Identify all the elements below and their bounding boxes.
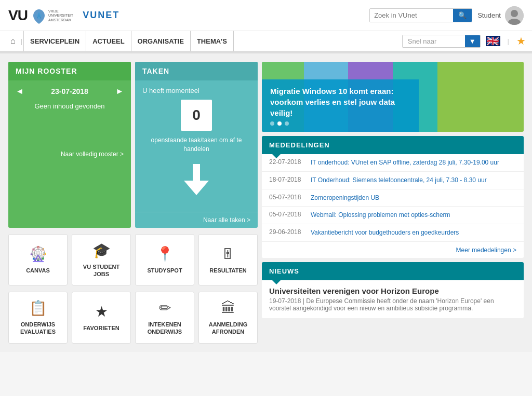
resultaten-label: RESULTATEN xyxy=(209,267,247,274)
tile-onderwijs-evaluaties[interactable]: 📋 ONDERWIJS EVALUATIES xyxy=(8,292,68,344)
tile-canvas[interactable]: 🎡 CANVAS xyxy=(8,234,68,286)
meded-item-1: 18-07-2018 IT Onderhoud: Siemens telefoo… xyxy=(262,172,524,189)
tile-favorieten[interactable]: ★ FAVORIETEN xyxy=(72,292,131,344)
nav-item-themas[interactable]: THEMA'S xyxy=(190,31,234,51)
taken-arrow-area xyxy=(142,154,250,206)
nav-item-serviceplein[interactable]: SERVICEPLEIN xyxy=(23,31,86,51)
taken-body: U heeft momenteel 0 openstaande taak/tak… xyxy=(135,80,258,212)
meded-link-1[interactable]: IT Onderhoud: Siemens telefooncentrale, … xyxy=(311,176,487,185)
vu-student-jobs-label: VU STUDENT JOBS xyxy=(76,263,126,278)
down-arrow-icon xyxy=(184,164,209,195)
taken-header: TAKEN xyxy=(135,62,258,80)
avatar-icon xyxy=(505,6,524,25)
nieuws-title[interactable]: Universiteiten verenigen voor Horizon Eu… xyxy=(269,286,516,295)
meer-mededelingen-link[interactable]: Meer mededelingen > xyxy=(456,247,516,254)
nav-separator-0: | xyxy=(21,37,22,45)
meded-date-3: 05-07-2018 xyxy=(269,211,305,218)
rooster-next-button[interactable]: ► xyxy=(115,87,124,96)
taken-widget: TAKEN U heeft momenteel 0 openstaande ta… xyxy=(135,62,258,228)
logo-area: VU VRIJE UNIVERSITEIT AMSTERDAM VUNET xyxy=(8,7,119,24)
meded-link-4[interactable]: Vakantiebericht voor budgethouders en go… xyxy=(311,228,459,237)
favorieten-icon: ★ xyxy=(95,303,108,320)
vu-logo[interactable]: VU VRIJE UNIVERSITEIT AMSTERDAM xyxy=(8,7,73,24)
studyspot-icon: 📍 xyxy=(156,245,174,263)
banner-dots xyxy=(270,121,410,126)
meded-date-2: 05-07-2018 xyxy=(269,194,305,201)
snel-naar-chevron-icon[interactable]: ▼ xyxy=(465,35,480,47)
taken-subtitle: U heeft momenteel xyxy=(142,87,250,94)
nieuws-body: Universiteiten verenigen voor Horizon Eu… xyxy=(262,280,524,318)
search-input[interactable] xyxy=(370,9,453,22)
studyspot-label: STUDYSPOT xyxy=(147,267,182,274)
meded-date-0: 22-07-2018 xyxy=(269,158,305,166)
taken-all-link[interactable]: Naar alle taken > xyxy=(203,216,250,224)
mededelingen-footer: Meer mededelingen > xyxy=(262,242,524,258)
tile-resultaten[interactable]: 🎚 RESULTATEN xyxy=(198,234,258,286)
nav-divider: | xyxy=(508,37,509,45)
vu-subtitle: VRIJE UNIVERSITEIT AMSTERDAM xyxy=(48,9,73,22)
banner-overlay: Migratie Windows 10 komt eraan: voorkom … xyxy=(262,79,419,132)
meded-date-1: 18-07-2018 xyxy=(269,176,305,183)
nav-home-icon[interactable]: ⌂ xyxy=(6,36,20,46)
rooster-widget: MIJN ROOSTER ◄ 23-07-2018 ► Geen inhoud … xyxy=(8,62,131,228)
tiles-row-2: 📋 ONDERWIJS EVALUATIES ★ FAVORIETEN ✏ IN… xyxy=(8,292,258,344)
tile-aanmelding-afronden[interactable]: 🏛 AANMELDING AFRONDEN xyxy=(198,292,258,344)
intekenen-onderwijs-icon: ✏ xyxy=(159,299,171,317)
nieuws-widget: NIEUWS Universiteiten verenigen voor Hor… xyxy=(262,262,524,318)
meded-item-0: 22-07-2018 IT onderhoud: VUnet en SAP of… xyxy=(262,154,524,172)
meded-link-2[interactable]: Zomeropeningstijden UB xyxy=(311,194,379,202)
svg-point-1 xyxy=(511,10,518,17)
nav-right: Snel naar ▼ 🇬🇧 | ★ xyxy=(402,35,526,48)
canvas-label: CANVAS xyxy=(26,267,50,274)
meded-item-3: 05-07-2018 Webmail: Oplossing problemen … xyxy=(262,207,524,224)
vu-initials: VU xyxy=(8,7,28,24)
aanmelding-afronden-label: AANMELDING AFRONDEN xyxy=(203,321,253,336)
tile-studyspot[interactable]: 📍 STUDYSPOT xyxy=(135,234,194,286)
banner-title: Migratie Windows 10 komt eraan: voorkom … xyxy=(270,86,410,118)
mededelingen-widget: MEDEDELINGEN 22-07-2018 IT onderhoud: VU… xyxy=(262,136,524,258)
rooster-footer: Naar volledig rooster > xyxy=(8,145,131,163)
intekenen-onderwijs-label: INTEKENEN ONDERWIJS xyxy=(140,321,190,336)
search-box: 🔍 xyxy=(369,8,472,22)
meded-link-3[interactable]: Webmail: Oplossing problemen met opties-… xyxy=(311,211,450,220)
vu-bird-icon xyxy=(32,8,46,29)
main-content: MIJN ROOSTER ◄ 23-07-2018 ► Geen inhoud … xyxy=(0,53,532,352)
header: VU VRIJE UNIVERSITEIT AMSTERDAM VUNET 🔍 xyxy=(0,0,532,31)
resultaten-icon: 🎚 xyxy=(221,245,235,263)
banner[interactable]: Migratie Windows 10 komt eraan: voorkom … xyxy=(262,62,524,132)
aanmelding-afronden-icon: 🏛 xyxy=(221,299,235,317)
banner-dot-2[interactable] xyxy=(277,121,282,126)
tile-intekenen-onderwijs[interactable]: ✏ INTEKENEN ONDERWIJS xyxy=(135,292,194,344)
nav-item-organisatie[interactable]: ORGANISATIE xyxy=(131,31,190,51)
taken-footer: Naar alle taken > xyxy=(135,212,258,228)
favorites-star-icon[interactable]: ★ xyxy=(516,35,526,47)
rooster-full-link[interactable]: Naar volledig rooster > xyxy=(61,151,124,158)
vu-student-jobs-icon: 🎓 xyxy=(92,242,111,259)
onderwijs-evaluaties-icon: 📋 xyxy=(29,299,47,317)
avatar[interactable] xyxy=(505,6,524,25)
rooster-date: 23-07-2018 xyxy=(51,87,88,95)
mededelingen-header: MEDEDELINGEN xyxy=(262,136,524,154)
user-label: Student xyxy=(477,11,501,19)
onderwijs-evaluaties-label: ONDERWIJS EVALUATIES xyxy=(13,321,63,336)
nav-item-actueel[interactable]: ACTUEEL xyxy=(86,31,130,51)
favorieten-label: FAVORIETEN xyxy=(83,324,119,332)
meded-link-0[interactable]: IT onderhoud: VUnet en SAP offline, zate… xyxy=(311,158,499,167)
search-button[interactable]: 🔍 xyxy=(453,9,472,22)
header-right: 🔍 Student xyxy=(369,6,524,25)
rooster-prev-button[interactable]: ◄ xyxy=(16,87,24,96)
banner-dot-1[interactable] xyxy=(270,121,274,126)
nieuws-meta: 19-07-2018 | De Europese Commissie heeft… xyxy=(269,297,516,312)
rooster-nav: ◄ 23-07-2018 ► xyxy=(8,80,131,98)
taken-description: openstaande taak/taken om af te handelen xyxy=(142,136,250,154)
snel-naar-dropdown[interactable]: Snel naar ▼ xyxy=(402,35,481,48)
tile-vu-student-jobs[interactable]: 🎓 VU STUDENT JOBS xyxy=(72,234,131,286)
right-column: Migratie Windows 10 komt eraan: voorkom … xyxy=(262,62,524,344)
widgets-row: MIJN ROOSTER ◄ 23-07-2018 ► Geen inhoud … xyxy=(8,62,258,228)
language-flag-icon[interactable]: 🇬🇧 xyxy=(486,36,500,46)
banner-dot-3[interactable] xyxy=(285,121,289,126)
canvas-icon: 🎡 xyxy=(29,245,47,263)
tiles-row-1: 🎡 CANVAS 🎓 VU STUDENT JOBS 📍 STUDYSPOT 🎚… xyxy=(8,234,258,286)
snel-naar-label: Snel naar xyxy=(403,35,465,47)
rooster-header: MIJN ROOSTER xyxy=(8,62,131,80)
